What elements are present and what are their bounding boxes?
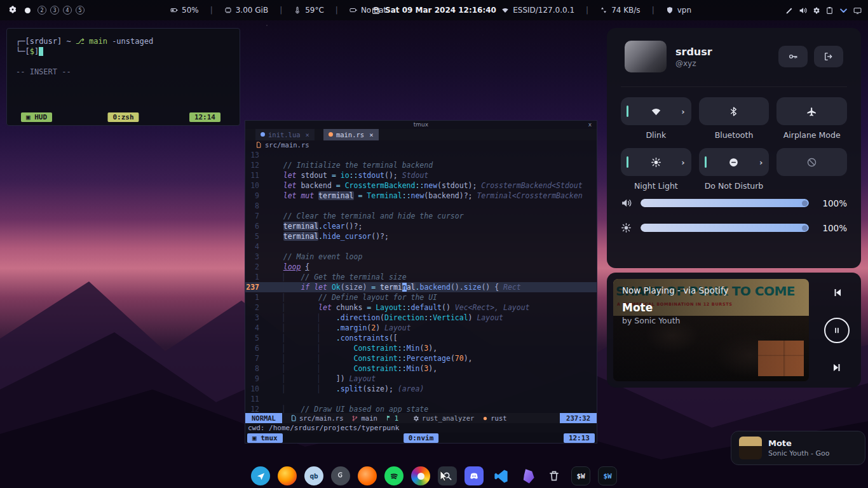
tmux-clock-badge: 12:13 (564, 433, 595, 443)
toggle-button-sun[interactable]: › (621, 148, 691, 176)
workspace-2[interactable]: 2 (37, 6, 46, 15)
volume-slider[interactable] (641, 199, 809, 207)
code-line: 3 ▏ ▏ .direction(Direction::Vertical) La… (245, 313, 597, 323)
discord-dock-icon[interactable] (465, 466, 484, 485)
workspace-5[interactable]: 5 (76, 6, 85, 15)
brightness-icon (621, 222, 632, 233)
orange-app-dock-icon[interactable] (358, 466, 377, 485)
code-line: 10 let backend = CrosstermBackend::new(s… (245, 180, 597, 191)
tab-close-button[interactable]: × (306, 131, 309, 139)
pause-button[interactable] (824, 318, 850, 343)
line-number: 12 (245, 160, 266, 170)
code-line: 7 // Clear the terminal and hide the cur… (245, 211, 597, 221)
tab-main.rs[interactable]: main.rs× (323, 129, 379, 140)
workspace-3[interactable]: 3 (50, 6, 59, 15)
previous-button[interactable] (831, 287, 843, 299)
brightness-slider[interactable] (641, 224, 809, 232)
chevron-right-icon[interactable]: › (681, 107, 684, 116)
net-shield: vpn (666, 6, 691, 15)
editor-window[interactable]: tmux x init.lua×main.rs× src/main.rs 131… (245, 120, 597, 444)
toggle-button-blocked[interactable] (776, 148, 847, 176)
dollar-w-blue-dock-icon[interactable]: $W (598, 466, 617, 485)
swirl-app-dock-icon[interactable] (331, 466, 350, 485)
line-number: 9 (245, 191, 266, 201)
brush-icon[interactable] (785, 6, 794, 15)
stat-battery: 50% (170, 6, 199, 15)
chevron-right-icon[interactable]: › (681, 158, 684, 167)
volume-icon (621, 198, 632, 208)
temperature-icon (294, 6, 301, 14)
spotify-dock-icon[interactable] (384, 466, 403, 485)
media-player-card: SHAPE OF PUNK TO COME A CHIMERICAL BOMBI… (607, 273, 861, 388)
vscode-dock-icon[interactable] (491, 466, 510, 485)
workspace-4[interactable]: 4 (63, 6, 72, 15)
window-close-button[interactable]: x (588, 121, 592, 129)
telegram-dock-icon[interactable] (251, 466, 270, 485)
net-text: ESSID/127.0.0.1 (513, 6, 574, 15)
profile-section: srdusr @xyz (621, 41, 847, 72)
workspace-active-dot[interactable] (25, 8, 31, 13)
net-text: vpn (677, 6, 691, 15)
memory-icon (224, 6, 232, 14)
media-controls (822, 287, 852, 374)
statusline-lsp: rust_analyzer (412, 414, 474, 422)
qutebrowser-dock-icon[interactable]: qb (304, 466, 323, 485)
git-branch-icon (351, 415, 358, 422)
battery-icon (170, 6, 178, 14)
firefox-dock-icon[interactable] (278, 466, 297, 485)
window-titlebar[interactable]: tmux x (245, 121, 597, 129)
line-number: 9 (245, 374, 266, 384)
brightness-percent: 100% (818, 223, 847, 233)
code-line: 8 ▏ ▏ Constraint::Min(3), (245, 363, 597, 374)
code-area[interactable]: 1312 // Initialize the terminal backend1… (245, 150, 597, 413)
hud-terminal-window[interactable]: ┌─[srdusr] ~ ⎇ main -unstaged└─[$] -- IN… (6, 28, 240, 126)
tray-icons (785, 0, 862, 20)
code-line: 8 (245, 201, 597, 211)
chevron-right-icon[interactable]: › (759, 158, 763, 167)
stat-text: 59°C (305, 6, 324, 15)
tmux-session-badge[interactable]: ▣ tmux (247, 433, 283, 443)
clipboard-icon[interactable] (825, 6, 834, 15)
now-playing-label: Now Playing - via Spotify (622, 285, 728, 295)
tab-close-button[interactable]: × (369, 131, 373, 139)
gear-icon[interactable] (812, 6, 820, 15)
logout-button[interactable] (814, 46, 843, 67)
toggle-button-bluetooth[interactable] (699, 97, 770, 125)
clock[interactable]: Sat 09 Mar 2024 12:16:40 (372, 0, 496, 20)
avatar (625, 41, 667, 72)
code-line: 3 // Main event loop (245, 252, 597, 262)
chevron-down-icon[interactable] (839, 6, 848, 15)
obsidian-dock-icon[interactable] (518, 466, 537, 485)
monitor-icon[interactable] (853, 6, 862, 15)
gimp-dock-icon[interactable] (411, 466, 430, 485)
toggle-button-airplane[interactable] (776, 97, 847, 125)
line-number: 8 (245, 363, 266, 374)
code-line: 5 ▏ ▏ .constraints([ (245, 333, 597, 343)
toggle-button-dnd[interactable]: › (699, 148, 770, 176)
flag-icon (386, 415, 392, 421)
line-number: 13 (245, 150, 266, 160)
statusline-git-branch: main (351, 414, 377, 422)
line-number: 6 (245, 343, 266, 353)
tab-init.lua[interactable]: init.lua× (255, 129, 315, 140)
notification-popup[interactable]: Mote Sonic Youth - Goo (731, 431, 865, 465)
toggle-blocked (776, 148, 847, 195)
file-icon (290, 415, 297, 421)
battery-empty-icon (349, 6, 357, 14)
tmux-window-badge[interactable]: 0:nvim (403, 433, 439, 443)
hud-window-badge[interactable]: 0:zsh (107, 112, 139, 122)
trash-dock-icon[interactable] (545, 466, 564, 485)
calendar-icon (372, 6, 380, 15)
statusline-diagnostic-count: 1 (386, 414, 398, 422)
hud-clock-badge: 12:14 (189, 112, 220, 122)
clock-text: Sat 09 Mar 2024 12:16:40 (385, 6, 496, 15)
dollar-w-white-dock-icon[interactable]: $W (571, 466, 590, 485)
terminal-line: └─[$] (16, 46, 231, 57)
next-button[interactable] (831, 362, 843, 374)
hud-session-badge[interactable]: ▣ HUD (21, 112, 52, 122)
key-button[interactable] (778, 46, 808, 67)
code-line: 6 ▏ ▏ Constraint::Min(3), (245, 343, 597, 353)
speaker-icon[interactable] (799, 6, 807, 15)
toggle-button-wifi[interactable]: › (621, 97, 691, 125)
flower-icon[interactable] (8, 5, 18, 15)
